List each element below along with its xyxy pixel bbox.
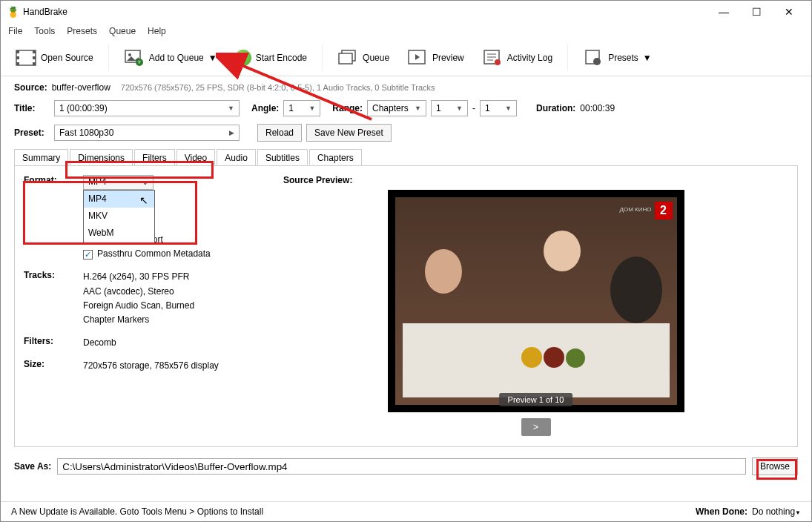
browse-button[interactable]: Browse	[752, 457, 798, 475]
log-icon	[482, 49, 503, 67]
open-source-button[interactable]: Open Source	[10, 46, 99, 70]
play-icon	[235, 50, 251, 66]
menu-queue[interactable]: Queue	[109, 26, 136, 36]
add-to-queue-label: Add to Queue	[149, 53, 204, 63]
titlebar: 🍍 HandBrake — ☐ ✕	[1, 1, 811, 23]
tab-summary[interactable]: Summary	[14, 149, 68, 166]
angle-label: Angle:	[251, 103, 279, 113]
start-encode-button[interactable]: Start Encode	[229, 47, 313, 69]
presets-icon	[583, 49, 604, 67]
menu-tools[interactable]: Tools	[34, 26, 55, 36]
open-source-label: Open Source	[41, 53, 93, 63]
range-from-dropdown[interactable]: 1▼	[431, 100, 468, 116]
range-sep: -	[472, 103, 475, 113]
channel-logo-badge: 2	[655, 202, 673, 219]
preview-counter: Preview 1 of 10	[499, 393, 573, 406]
svg-point-19	[495, 59, 501, 65]
activity-log-button[interactable]: Activity Log	[476, 46, 558, 70]
tracks-label: Tracks:	[24, 270, 83, 327]
format-label: Format:	[24, 175, 83, 261]
track-line: H.264 (x264), 30 FPS PFR	[83, 270, 268, 284]
minimize-button[interactable]: —	[707, 1, 740, 23]
preview-next-button[interactable]: >	[521, 418, 551, 436]
app-icon: 🍍	[7, 6, 19, 18]
angle-dropdown[interactable]: 1▼	[283, 100, 320, 116]
save-new-preset-button[interactable]: Save New Preset	[306, 124, 392, 142]
image-plus-icon: +	[124, 49, 145, 67]
format-option-mkv[interactable]: MKV	[84, 208, 154, 225]
preview-frame: ДОМ КИНО 2 Preview 1 of 10	[388, 190, 684, 412]
queue-button[interactable]: Queue	[331, 46, 395, 70]
passthru-checkbox-row[interactable]: ✓Passthru Common Metadata	[83, 247, 268, 261]
tab-audio[interactable]: Audio	[217, 149, 256, 166]
filters-value: Decomb	[83, 336, 268, 350]
tab-dimensions[interactable]: Dimensions	[70, 149, 133, 166]
range-label: Range:	[332, 103, 363, 113]
channel-logo-text: ДОМ КИНО	[620, 206, 652, 213]
menu-file[interactable]: File	[8, 26, 22, 36]
preview-label: Preview	[432, 53, 464, 63]
preview-button[interactable]: Preview	[401, 46, 470, 70]
svg-rect-3	[16, 62, 19, 65]
title-label: Title:	[14, 103, 50, 113]
tab-video[interactable]: Video	[176, 149, 215, 166]
preset-label: Preset:	[14, 128, 50, 138]
svg-rect-6	[33, 62, 36, 65]
source-name: buffer-overflow	[52, 82, 110, 93]
when-done-dropdown[interactable]: Do nothing▼	[752, 506, 801, 517]
tab-subtitles[interactable]: Subtitles	[257, 149, 308, 166]
maximize-button[interactable]: ☐	[740, 1, 773, 23]
tab-chapters[interactable]: Chapters	[309, 149, 362, 166]
cursor-icon: ↖	[139, 192, 148, 208]
queue-label: Queue	[363, 53, 389, 63]
tab-filters[interactable]: Filters	[134, 149, 175, 166]
source-details: 720x576 (785x576), 25 FPS, SDR (8-bit 4:…	[121, 83, 435, 92]
range-to-dropdown[interactable]: 1▼	[480, 100, 517, 116]
svg-rect-4	[33, 50, 36, 53]
start-encode-label: Start Encode	[256, 53, 307, 63]
filters-label: Filters:	[24, 336, 83, 350]
title-dropdown[interactable]: 1 (00:00:39)▼	[54, 100, 240, 116]
svg-rect-2	[16, 56, 19, 59]
window-title: HandBrake	[23, 7, 67, 17]
svg-point-8	[128, 53, 131, 56]
format-dropdown[interactable]: MP4⌄ MP4 MKV WebM ↖	[83, 175, 154, 190]
track-line: Foreign Audio Scan, Burned	[83, 299, 268, 313]
size-label: Size:	[24, 359, 83, 373]
menu-presets[interactable]: Presets	[67, 26, 97, 36]
chevron-down-icon: ▼	[208, 53, 217, 63]
chevron-down-icon: ▼	[643, 53, 652, 63]
film-icon	[16, 49, 36, 67]
images-icon	[337, 49, 358, 67]
svg-rect-1	[16, 50, 19, 53]
source-label: Source:	[14, 82, 47, 93]
activity-log-label: Activity Log	[507, 53, 552, 63]
range-unit-dropdown[interactable]: Chapters▼	[367, 100, 426, 116]
update-notice: A New Update is Available. Goto Tools Me…	[11, 506, 263, 517]
svg-marker-14	[415, 54, 420, 60]
svg-rect-12	[339, 53, 352, 64]
add-to-queue-button[interactable]: + Add to Queue ▼	[118, 46, 223, 70]
svg-rect-5	[33, 56, 36, 59]
presets-label: Presets	[608, 53, 638, 63]
presets-button[interactable]: Presets ▼	[577, 46, 658, 70]
menu-help[interactable]: Help	[148, 26, 166, 36]
format-option-webm[interactable]: WebM	[84, 225, 154, 242]
when-done-label: When Done:	[696, 506, 747, 517]
svg-point-21	[593, 58, 601, 65]
track-line: AAC (avcodec), Stereo	[83, 285, 268, 299]
saveas-label: Save As:	[14, 461, 51, 472]
preview-icon	[407, 49, 428, 67]
size-value: 720x576 storage, 785x576 display	[83, 359, 268, 373]
svg-text:+: +	[137, 59, 141, 66]
preset-dropdown[interactable]: Fast 1080p30▶	[54, 125, 240, 141]
duration-value: 00:00:39	[580, 103, 615, 113]
close-button[interactable]: ✕	[773, 1, 805, 23]
track-line: Chapter Markers	[83, 313, 268, 327]
saveas-path-input[interactable]	[57, 458, 746, 475]
preview-heading: Source Preview:	[283, 175, 788, 185]
reload-button[interactable]: Reload	[257, 124, 302, 142]
duration-label: Duration:	[536, 103, 575, 113]
